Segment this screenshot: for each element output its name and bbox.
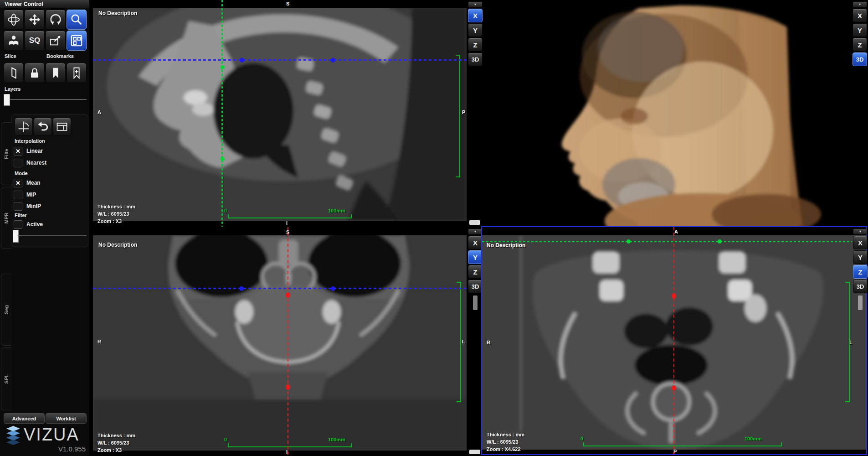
viewport-menu-button[interactable]: ▾ (853, 228, 868, 235)
viewport-menu-button[interactable]: ▾ (468, 228, 483, 235)
axis-y-button[interactable]: Y (853, 23, 867, 37)
pane-scrollbar[interactable] (473, 295, 478, 310)
slice-scrollbar[interactable] (469, 450, 480, 454)
table-layout-button[interactable] (53, 118, 71, 136)
export-view-button[interactable] (46, 31, 66, 51)
orientation-left: R (98, 339, 101, 344)
advanced-button[interactable]: Advanced (4, 413, 45, 424)
viewport-sagittal[interactable]: S A P I No Description Thickness : mm W/… (93, 0, 467, 227)
mean-checkbox[interactable]: ✕ (14, 179, 22, 187)
axis-z-button[interactable]: Z (853, 265, 868, 279)
layout-grid-icon (70, 34, 83, 47)
mip-checkbox[interactable] (14, 191, 22, 199)
crosshair-handle[interactable] (240, 58, 244, 62)
minip-label: MinIP (26, 203, 41, 209)
thickness-label: Thickness : mm (98, 204, 135, 209)
rotate-button[interactable] (46, 10, 66, 30)
axis-y-button[interactable]: Y (468, 23, 483, 37)
axis-3d-button[interactable]: 3D (468, 280, 483, 293)
linear-checkbox[interactable]: ✕ (14, 147, 22, 155)
report-button[interactable] (4, 31, 24, 51)
tab-filter[interactable]: Filte (1, 122, 11, 185)
minip-checkbox[interactable] (14, 202, 22, 211)
rotate-3d-button[interactable] (4, 10, 24, 30)
slice-flip-button[interactable] (4, 63, 24, 83)
lock-slice-button[interactable] (25, 63, 45, 83)
coronal-crosshair-line[interactable] (221, 0, 223, 227)
viewport-axial[interactable]: A R L P No Description Thickness : mm W/… (481, 226, 867, 455)
table-icon (56, 120, 68, 133)
crosshair-handle[interactable] (286, 292, 290, 298)
slice-scrollbar[interactable] (469, 220, 480, 225)
filter-slider-track[interactable] (18, 235, 87, 236)
viewport-3d[interactable] (484, 0, 868, 227)
pan-button[interactable] (25, 10, 45, 30)
crosshair-handle[interactable] (672, 385, 676, 391)
axial-crosshair-line[interactable] (93, 59, 467, 61)
volume-render-image[interactable] (484, 0, 868, 227)
crosshair-handle[interactable] (239, 286, 244, 291)
axis-x-button[interactable]: X (853, 9, 867, 22)
sagittal-ct-image[interactable] (93, 8, 467, 221)
person-book-icon (7, 34, 21, 47)
viewport-menu-button[interactable]: ▾ (853, 1, 867, 8)
add-bookmark-button[interactable] (67, 63, 87, 83)
bookmarks-section-label: Bookmarks (46, 53, 74, 59)
vizua-logo-text: VIZUA (24, 425, 79, 445)
crosshair-handle[interactable] (286, 384, 290, 390)
series-description: No Description (487, 242, 525, 249)
crosshair-handle[interactable] (221, 157, 225, 161)
reset-button[interactable] (34, 118, 52, 136)
axis-y-button[interactable]: Y (853, 250, 868, 264)
scale-start: 0 (224, 208, 227, 213)
axis-x-button[interactable]: X (468, 9, 483, 22)
axis-z-button[interactable]: Z (468, 38, 483, 52)
vertical-scale-bracket (456, 55, 460, 177)
nearest-checkbox[interactable] (14, 159, 22, 167)
axis-z-button[interactable]: Z (853, 38, 867, 52)
axis-3d-button[interactable]: 3D (468, 52, 483, 66)
viewport-coronal[interactable]: S R L I No Description Thickness : mm W/… (93, 227, 467, 456)
tab-mpr[interactable]: MPR (1, 187, 11, 249)
zoom-label: Zoom : X3 (98, 218, 122, 224)
axis-z-button[interactable]: Z (468, 265, 483, 279)
crosshair-handle[interactable] (221, 65, 225, 69)
sagittal-crosshair-line[interactable] (288, 227, 288, 456)
mpr-axes-button[interactable] (15, 118, 33, 136)
orientation-right: L (849, 340, 853, 345)
axial-crosshair-line[interactable] (93, 288, 467, 289)
crosshair-handle[interactable] (672, 293, 676, 299)
layout-button[interactable] (67, 31, 87, 51)
axis-y-button[interactable]: Y (468, 250, 483, 264)
layers-slider-handle[interactable] (4, 94, 10, 106)
worklist-button[interactable]: Worklist (46, 413, 87, 424)
crosshair-handle[interactable] (331, 286, 335, 291)
series-description: No Description (98, 10, 137, 16)
crosshair-handle[interactable] (331, 58, 335, 62)
tab-spl[interactable]: SPL (1, 347, 11, 410)
viewport-menu-button[interactable]: ▾ (468, 1, 483, 8)
axis-x-button[interactable]: X (853, 236, 868, 249)
vizua-viewer-window: Viewer Control (0, 0, 868, 456)
axis-3d-button[interactable]: 3D (853, 280, 868, 293)
tab-seg[interactable]: Seg (1, 274, 11, 346)
zoom-button[interactable] (67, 10, 87, 30)
active-checkbox[interactable] (14, 220, 22, 229)
layers-slider-track[interactable] (6, 99, 87, 100)
axis-3d-button[interactable]: 3D (853, 52, 867, 66)
axis-x-button[interactable]: X (468, 236, 483, 249)
square-mode-button[interactable]: SQ (25, 31, 45, 51)
coronal-crosshair-line[interactable] (673, 227, 674, 454)
crosshair-handle[interactable] (627, 239, 631, 244)
orientation-top: S (286, 1, 289, 6)
bookmark-button[interactable] (46, 63, 66, 83)
sagittal-crosshair-line[interactable] (482, 241, 852, 242)
crosshair-handle[interactable] (718, 239, 722, 244)
bookmark-add-icon (70, 66, 83, 80)
pane-scrollbar[interactable] (858, 295, 863, 310)
bookmark-icon (49, 66, 62, 80)
interpolation-label: Interpolation (15, 138, 45, 144)
coronal-ct-image[interactable] (93, 235, 467, 451)
mip-label: MIP (26, 192, 36, 198)
filter-slider-handle[interactable] (13, 230, 19, 243)
